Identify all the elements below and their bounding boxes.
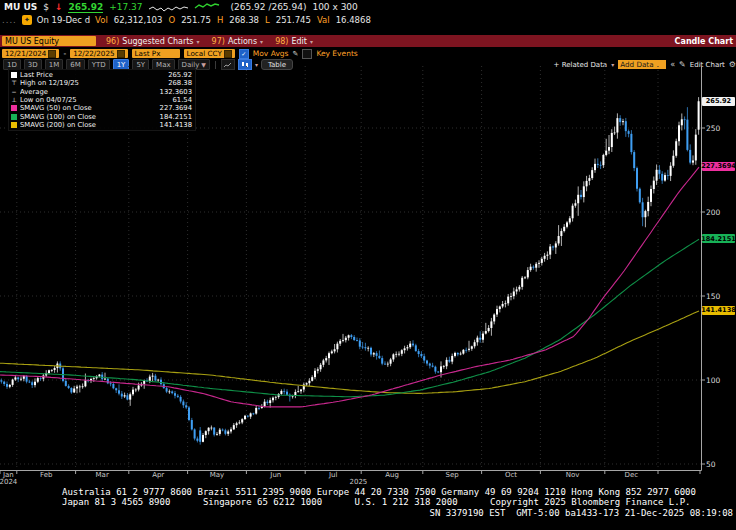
legend-row-2[interactable]: ⊤High on 12/19/25268.38	[11, 79, 192, 87]
legend-label: Low on 04/07/25	[20, 96, 170, 104]
legend-marker-icon: ⊤	[11, 80, 17, 86]
legend-value: 265.92	[168, 71, 192, 79]
month-label-mar: Mar	[96, 471, 109, 479]
y-axis-tick-label: 50	[706, 460, 716, 469]
legend-marker-icon	[11, 105, 17, 111]
month-label-aug: Aug	[385, 471, 399, 479]
y-axis-tick-label: 150	[706, 292, 720, 301]
price-marker: 227.3694	[702, 162, 735, 171]
month-label-may: May	[210, 471, 224, 479]
month-label-nov: Nov	[566, 471, 580, 479]
legend-label: Average	[20, 88, 157, 96]
sma200-line	[0, 311, 699, 394]
legend-value: 268.38	[168, 79, 192, 87]
legend-label: High on 12/19/25	[20, 79, 165, 87]
price-marker: 184.2151	[702, 234, 735, 243]
month-label-sep: Sep	[446, 471, 459, 479]
footer-session-line: SN 3379190 EST GMT-5:00 ba1433-173 21-De…	[0, 508, 733, 518]
footer-copyright-line: Japan 81 3 4565 8900 Singapore 65 6212 1…	[62, 497, 691, 507]
legend-label: Last Price	[20, 71, 165, 79]
legend-value: 132.3603	[160, 88, 192, 96]
month-label-apr: Apr	[152, 471, 164, 479]
month-label-feb: Feb	[40, 471, 52, 479]
legend-marker-icon	[11, 122, 17, 128]
year-label-2025: 2025	[349, 478, 367, 486]
footer-contact-line: Australia 61 2 9777 8600 Brazil 5511 239…	[62, 487, 696, 497]
legend-row-4[interactable]: ⊥Low on 04/07/2561.54	[11, 96, 192, 104]
legend-marker-icon	[11, 114, 17, 120]
y-axis-tick-label: 250	[706, 124, 720, 133]
month-label-jul: Jul	[329, 471, 337, 479]
price-marker: 265.92	[702, 97, 735, 106]
chart-legend: Last Price265.92⊤High on 12/19/25268.38−…	[8, 69, 196, 131]
legend-value: 227.3694	[160, 104, 192, 112]
legend-value: 61.54	[173, 96, 192, 104]
legend-value: 184.2151	[160, 113, 192, 121]
sma50-line	[0, 167, 699, 407]
moving-averages	[0, 167, 699, 407]
legend-marker-icon	[11, 72, 17, 78]
month-label-oct: Oct	[505, 471, 517, 479]
y-axis-tick-label: 200	[706, 208, 720, 217]
candles	[0, 97, 699, 444]
bloomberg-terminal-screen: { "quote_bar":{"ticker":"MU US","currenc…	[0, 0, 736, 530]
legend-label: SMAVG (100) on Close	[20, 113, 157, 121]
month-label-dec: Dec	[625, 471, 639, 479]
price-marker: 141.4138	[702, 306, 735, 315]
year-label-2024: 2024	[0, 478, 17, 486]
y-axis-tick-label: 100	[706, 376, 720, 385]
legend-marker-icon: ⊥	[11, 97, 17, 103]
legend-row-1[interactable]: Last Price265.92	[11, 71, 192, 79]
legend-label: SMAVG (50) on Close	[20, 104, 157, 112]
legend-row-5[interactable]: SMAVG (50) on Close227.3694	[11, 104, 192, 112]
legend-value: 141.4138	[160, 121, 192, 129]
legend-marker-icon: −	[11, 89, 17, 95]
legend-row-3[interactable]: −Average132.3603	[11, 88, 192, 96]
legend-label: SMAVG (200) on Close	[20, 121, 157, 129]
legend-row-7[interactable]: SMAVG (200) on Close141.4138	[11, 121, 192, 129]
legend-row-6[interactable]: SMAVG (100) on Close184.2151	[11, 112, 192, 120]
month-label-jun: Jun	[270, 471, 281, 479]
